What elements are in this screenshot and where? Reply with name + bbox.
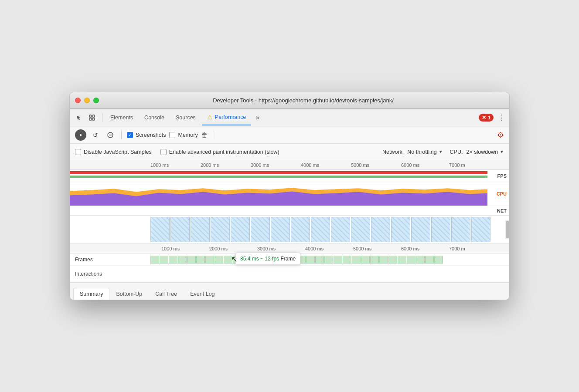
tab-sources[interactable]: Sources — [170, 110, 201, 125]
screenshot-thumb — [411, 217, 430, 242]
screenshot-thumb — [170, 217, 190, 242]
frame-block[interactable] — [425, 256, 434, 264]
frame-block[interactable] — [343, 256, 351, 264]
record-button[interactable]: ● — [75, 129, 86, 141]
tick-1000: 1000 ms — [150, 162, 169, 168]
cpu-row[interactable]: CPU — [70, 182, 509, 206]
toolbar-right: ⚙ — [497, 130, 504, 140]
toolbar: ● ↺ ✓ Screenshots Memory 🗑 ⚙ — [70, 126, 509, 144]
memory-checkbox-label[interactable]: Memory — [169, 132, 198, 138]
frame-block[interactable] — [398, 256, 406, 264]
screenshot-thumb — [271, 217, 290, 242]
option-left: Disable JavaScript Samples Enable advanc… — [75, 149, 279, 155]
screenshots-checkbox-label[interactable]: ✓ Screenshots — [127, 132, 166, 138]
cpu-option: CPU: 2× slowdown ▼ — [450, 149, 504, 155]
tab-summary[interactable]: Summary — [73, 288, 109, 300]
enable-paint-label[interactable]: Enable advanced paint instrumentation (s… — [160, 149, 279, 155]
menu-dots-icon[interactable]: ⋮ — [498, 113, 506, 122]
frame-block[interactable] — [150, 256, 159, 264]
frame-block[interactable] — [178, 256, 187, 264]
tab-call-tree[interactable]: Call Tree — [149, 288, 184, 300]
inspect-icon[interactable] — [86, 112, 98, 123]
frame-block[interactable] — [306, 256, 315, 264]
error-x-icon: ✕ — [482, 115, 486, 121]
scrollbar-track[interactable] — [505, 220, 509, 239]
tick-2000: 2000 ms — [201, 162, 219, 168]
disable-js-checkbox[interactable] — [75, 149, 81, 155]
scrollbar-thumb[interactable] — [506, 221, 509, 238]
frames-strip — [150, 255, 509, 264]
fps-label: FPS — [497, 173, 507, 179]
tick-3000: 3000 ms — [251, 162, 269, 168]
tab-console[interactable]: Console — [139, 110, 170, 125]
screenshot-strip — [150, 217, 505, 242]
frame-block[interactable] — [370, 256, 379, 264]
fps-row[interactable]: FPS — [70, 170, 509, 182]
tab-performance[interactable]: ⚠ Performance — [202, 110, 252, 125]
disable-js-label[interactable]: Disable JavaScript Samples — [75, 149, 152, 155]
svg-rect-2 — [89, 118, 92, 120]
tick-6000: 6000 ms — [401, 162, 419, 168]
frames-row[interactable]: Frames — [70, 253, 509, 266]
tick-7000: 7000 m — [449, 162, 465, 168]
maximize-button[interactable] — [93, 98, 99, 103]
lower-timeline: 1000 ms 2000 ms 3000 ms 4000 ms 5000 ms … — [70, 244, 509, 282]
frame-block[interactable] — [169, 256, 177, 264]
traffic-lights — [75, 98, 99, 103]
tick-5000: 5000 ms — [351, 162, 369, 168]
screenshot-thumb — [291, 217, 310, 242]
toolbar-divider2 — [213, 131, 213, 139]
cursor-tool-icon[interactable] — [73, 112, 85, 123]
screenshots-checkbox[interactable]: ✓ — [127, 132, 133, 138]
tab-event-log[interactable]: Event Log — [184, 288, 221, 300]
enable-paint-checkbox[interactable] — [160, 149, 167, 155]
frame-block[interactable] — [388, 256, 397, 264]
trash-icon[interactable]: 🗑 — [201, 132, 208, 139]
network-dropdown-icon: ▼ — [439, 149, 443, 154]
tab-bottom-up[interactable]: Bottom-Up — [109, 288, 149, 300]
network-option: Network: No throttling ▼ — [382, 149, 443, 155]
reload-profile-button[interactable]: ↺ — [90, 129, 101, 141]
tab-elements[interactable]: Elements — [105, 110, 138, 125]
cpu-select[interactable]: 2× slowdown ▼ — [466, 149, 504, 155]
fps-green-line — [70, 176, 487, 178]
tick-4000: 4000 ms — [301, 162, 319, 168]
frame-block[interactable] — [160, 256, 168, 264]
frame-block[interactable] — [352, 256, 361, 264]
frame-block[interactable] — [315, 256, 324, 264]
timeline-container: 1000 ms 2000 ms 3000 ms 4000 ms 5000 ms … — [70, 160, 509, 244]
options-bar: Disable JavaScript Samples Enable advanc… — [70, 144, 509, 160]
option-right: Network: No throttling ▼ CPU: 2× slowdow… — [382, 149, 504, 155]
tooltip-fps-text: 85.4 ms ~ 12 fps — [240, 256, 279, 262]
frame-block[interactable] — [196, 256, 205, 264]
close-button[interactable] — [75, 98, 81, 103]
frame-block[interactable] — [324, 256, 333, 264]
net-row[interactable]: NET — [70, 206, 509, 216]
tab-more[interactable]: » — [252, 114, 263, 122]
fps-red-bar — [70, 171, 487, 174]
frame-block[interactable] — [334, 256, 342, 264]
frame-block[interactable] — [224, 256, 232, 264]
frame-block[interactable] — [361, 256, 370, 264]
frame-block[interactable] — [434, 256, 443, 264]
memory-checkbox[interactable] — [169, 132, 175, 138]
frame-block[interactable] — [416, 256, 425, 264]
frame-block[interactable] — [407, 256, 416, 264]
screenshot-thumb — [371, 217, 390, 242]
network-select[interactable]: No throttling ▼ — [407, 149, 443, 155]
gear-icon[interactable]: ⚙ — [497, 131, 504, 139]
frame-block[interactable] — [215, 256, 223, 264]
clear-button[interactable] — [105, 129, 116, 141]
frame-tooltip: 85.4 ms ~ 12 fps Frame — [235, 253, 300, 265]
cpu-label: CPU — [497, 191, 507, 196]
frames-label: Frames — [70, 257, 150, 263]
svg-rect-3 — [92, 118, 95, 120]
frame-block[interactable] — [379, 256, 388, 264]
frame-block[interactable] — [205, 256, 214, 264]
interactions-row[interactable]: Interactions — [70, 266, 509, 282]
screenshots-row[interactable] — [70, 216, 509, 244]
screenshot-thumb — [311, 217, 330, 242]
titlebar: Developer Tools - https://googlechrome.g… — [70, 92, 509, 109]
minimize-button[interactable] — [84, 98, 90, 103]
frame-block[interactable] — [187, 256, 196, 264]
